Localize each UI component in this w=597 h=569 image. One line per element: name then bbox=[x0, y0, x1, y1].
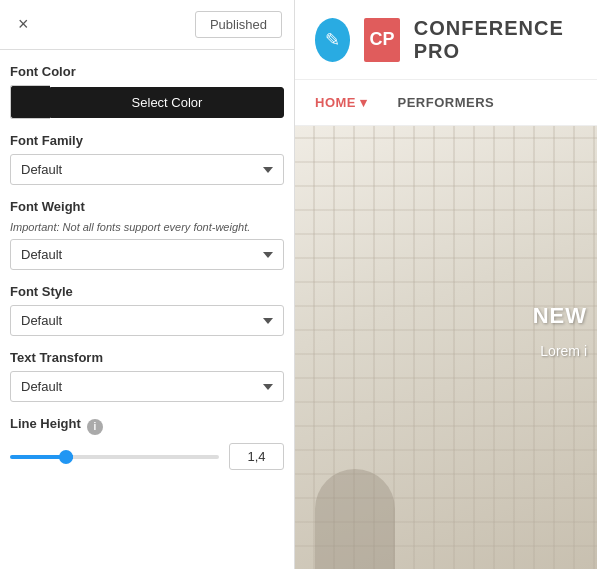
left-panel: × Published Font Color Select Color Font… bbox=[0, 0, 295, 569]
brand-name: CONFERENCE PRO bbox=[414, 17, 577, 63]
line-height-slider[interactable] bbox=[10, 455, 219, 459]
font-color-section: Font Color Select Color bbox=[10, 64, 284, 119]
panel-content: Font Color Select Color Font Family Defa… bbox=[0, 50, 294, 484]
preview-nav: HOME ▾ PERFORMERS bbox=[295, 80, 597, 126]
preview-header: ✎ CP CONFERENCE PRO bbox=[295, 0, 597, 80]
logo-icon: ✎ bbox=[325, 29, 340, 51]
text-transform-section: Text Transform Default bbox=[10, 350, 284, 402]
slider-row: 1,4 bbox=[10, 443, 284, 470]
hero-subtitle: Lorem i bbox=[540, 343, 597, 359]
logo-square: CP bbox=[364, 18, 399, 62]
line-height-label: Line Height bbox=[10, 416, 81, 431]
font-style-select[interactable]: Default bbox=[10, 305, 284, 336]
slider-thumb[interactable] bbox=[59, 450, 73, 464]
line-height-section: Line Height i 1,4 bbox=[10, 416, 284, 470]
font-family-select[interactable]: Default bbox=[10, 154, 284, 185]
select-color-button[interactable]: Select Color bbox=[50, 87, 284, 118]
top-bar: × Published bbox=[0, 0, 294, 50]
font-style-label: Font Style bbox=[10, 284, 284, 299]
arch-shape bbox=[315, 469, 395, 569]
font-family-label: Font Family bbox=[10, 133, 284, 148]
info-icon[interactable]: i bbox=[87, 419, 103, 435]
font-weight-label: Font Weight bbox=[10, 199, 284, 214]
font-family-section: Font Family Default bbox=[10, 133, 284, 185]
line-height-row: Line Height i bbox=[10, 416, 284, 437]
font-color-label: Font Color bbox=[10, 64, 284, 79]
chevron-down-icon: ▾ bbox=[360, 95, 368, 110]
font-weight-select[interactable]: Default bbox=[10, 239, 284, 270]
published-button[interactable]: Published bbox=[195, 11, 282, 38]
line-height-input[interactable]: 1,4 bbox=[229, 443, 284, 470]
text-transform-label: Text Transform bbox=[10, 350, 284, 365]
nav-performers[interactable]: PERFORMERS bbox=[398, 95, 495, 110]
preview-image-area: NEW Lorem i bbox=[295, 126, 597, 569]
font-weight-section: Font Weight Important: Not all fonts sup… bbox=[10, 199, 284, 270]
logo-circle: ✎ bbox=[315, 18, 350, 62]
right-panel: ✎ CP CONFERENCE PRO HOME ▾ PERFORMERS NE… bbox=[295, 0, 597, 569]
hero-title: NEW bbox=[533, 303, 597, 329]
font-weight-note: Important: Not all fonts support every f… bbox=[10, 220, 284, 235]
font-style-section: Font Style Default bbox=[10, 284, 284, 336]
close-button[interactable]: × bbox=[12, 12, 35, 37]
logo-text: CP bbox=[370, 29, 395, 50]
color-swatch[interactable] bbox=[10, 85, 50, 119]
text-transform-select[interactable]: Default bbox=[10, 371, 284, 402]
nav-home[interactable]: HOME ▾ bbox=[315, 95, 368, 110]
color-row: Select Color bbox=[10, 85, 284, 119]
